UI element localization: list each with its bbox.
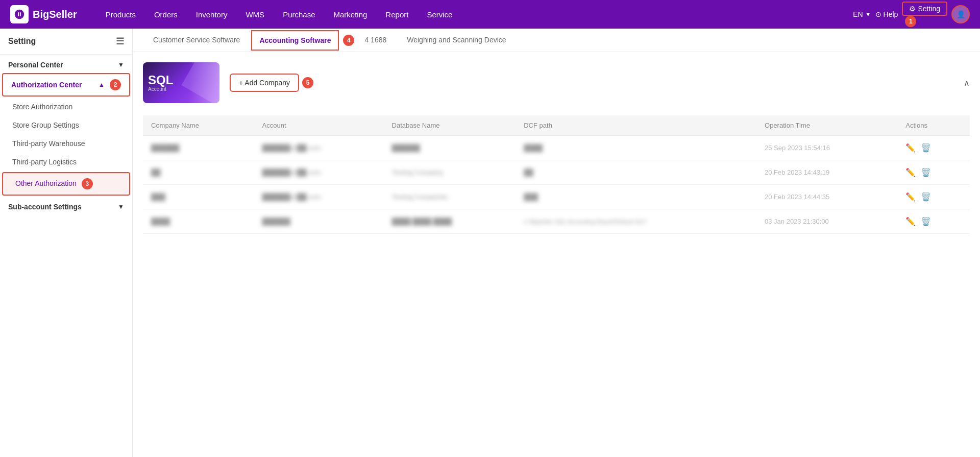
cell-time-3: 20 Feb 2023 14:44:35 [756,185,897,209]
cell-dcf-3: ███ [516,185,756,209]
cell-dcf-1: ████ [516,136,756,160]
cell-database-1: ██████ [384,136,516,160]
help-button[interactable]: ⊙ Help [875,10,898,18]
action-icons-1: ✏️ 🗑️ [905,143,962,153]
logo-area[interactable]: BigSeller [10,5,77,23]
cell-time-2: 20 Feb 2023 14:43:19 [756,160,897,185]
sidebar-section-personal[interactable]: Personal Center ▼ [0,55,132,72]
cell-account-1: ██████@██.com [254,136,384,160]
annotation-5: 5 [302,77,313,88]
annotation-2: 2 [110,79,121,90]
cell-company-1: ██████ [143,136,254,160]
setting-button[interactable]: ⚙ Setting [902,2,947,16]
sidebar: Setting ☰ Personal Center ▼ Authorizatio… [0,29,133,457]
table-header: Company Name Account Database Name DCF p… [143,115,970,136]
nav-orders[interactable]: Orders [146,6,186,23]
sidebar-third-party-logistics[interactable]: Third-party Logistics [0,153,132,171]
delete-icon-4[interactable]: 🗑️ [921,217,931,226]
cell-database-2: Testing Company [384,160,516,185]
table-row: ██████ ██████@██.com ██████ ████ 25 Sep … [143,136,970,160]
logo-text: BigSeller [33,9,77,20]
cell-database-3: Testing Companiec [384,185,516,209]
nav-products[interactable]: Products [97,6,144,23]
tabs-bar: Customer Service Software Accounting Sof… [133,29,980,52]
nav-right: EN ▼ ⊙ Help ⚙ Setting 1 👤 [853,2,970,27]
data-table: Company Name Account Database Name DCF p… [143,115,970,234]
top-navigation: BigSeller Products Orders Inventory WMS … [0,0,980,29]
nav-links: Products Orders Inventory WMS Purchase M… [97,6,853,23]
delete-icon-2[interactable]: 🗑️ [921,167,931,177]
sidebar-authorization-center[interactable]: Authorization Center ▲ 2 [2,73,130,97]
nav-marketing[interactable]: Marketing [326,6,376,23]
col-company-name: Company Name [143,115,254,136]
cell-time-4: 03 Jan 2023 21:30:00 [756,209,897,234]
cell-actions-2: ✏️ 🗑️ [897,160,970,185]
sidebar-section-subaccount[interactable]: Sub-account Settings ▼ [0,197,132,214]
annotation-4: 4 [343,35,354,46]
cell-account-2: ██████@██.com [254,160,384,185]
cell-actions-3: ✏️ 🗑️ [897,185,970,209]
cell-database-4: ████ ████ ████ [384,209,516,234]
annotation-1: 1 [905,16,916,27]
main-layout: Setting ☰ Personal Center ▼ Authorizatio… [0,0,980,457]
sql-card-row: SQL Account + Add Company 5 ∧ [143,62,970,103]
nav-report[interactable]: Report [377,6,416,23]
table-row: ██ ██████@██.com Testing Company ██ 20 F… [143,160,970,185]
edit-icon-1[interactable]: ✏️ [905,143,916,153]
edit-icon-3[interactable]: ✏️ [905,192,916,202]
language-selector[interactable]: EN ▼ [853,10,871,18]
col-actions: Actions [897,115,970,136]
edit-icon-4[interactable]: ✏️ [905,217,916,226]
sidebar-menu-icon[interactable]: ☰ [116,36,124,47]
edit-icon-2[interactable]: ✏️ [905,167,916,177]
tab-1688[interactable]: 4 1688 [354,29,397,52]
sidebar-third-party-warehouse[interactable]: Third-party Warehouse [0,134,132,153]
sql-logo-sub: Account [148,86,173,92]
nav-inventory[interactable]: Inventory [188,6,236,23]
sidebar-title: Setting [8,37,36,46]
add-company-wrapper: + Add Company 5 [230,74,313,92]
cell-company-4: ████ [143,209,254,234]
user-avatar[interactable]: 👤 [951,5,970,23]
cell-actions-4: ✏️ 🗑️ [897,209,970,234]
tab-accounting-software[interactable]: Accounting Software [251,30,339,51]
cell-account-4: ██████ [254,209,384,234]
tab-weighing-scanning[interactable]: Weighing and Scanning Device [397,29,516,52]
col-operation-time: Operation Time [756,115,897,136]
logo-icon [10,5,29,23]
action-icons-2: ✏️ 🗑️ [905,167,962,177]
nav-purchase[interactable]: Purchase [275,6,323,23]
delete-icon-1[interactable]: 🗑️ [921,143,931,153]
col-database-name: Database Name [384,115,516,136]
sidebar-header: Setting ☰ [0,29,132,55]
main-content: Customer Service Software Accounting Sof… [133,29,980,457]
nav-service[interactable]: Service [419,6,460,23]
cell-dcf-2: ██ [516,160,756,185]
sql-logo-text: SQL [148,74,173,86]
expand-button[interactable]: ∧ [964,78,970,88]
cell-time-1: 25 Sep 2023 15:54:16 [756,136,897,160]
delete-icon-3[interactable]: 🗑️ [921,192,931,202]
cell-dcf-4: C:\BigSeller SQL Accounting Report\Defau… [516,209,756,234]
table-row: ███ ██████@██.com Testing Companiec ███ … [143,185,970,209]
action-icons-3: ✏️ 🗑️ [905,192,962,202]
col-account: Account [254,115,384,136]
cell-actions-1: ✏️ 🗑️ [897,136,970,160]
table-body: ██████ ██████@██.com ██████ ████ 25 Sep … [143,136,970,234]
action-icons-4: ✏️ 🗑️ [905,217,962,226]
sql-logo: SQL Account [143,62,219,103]
sidebar-store-authorization[interactable]: Store Authorization [0,98,132,116]
setting-wrapper: ⚙ Setting 1 [902,2,947,27]
sidebar-store-group-settings[interactable]: Store Group Settings [0,116,132,134]
content-area: SQL Account + Add Company 5 ∧ [133,52,980,244]
cell-company-3: ███ [143,185,254,209]
tab-customer-service-software[interactable]: Customer Service Software [143,29,250,52]
col-dcf-path: DCF path [516,115,756,136]
cell-company-2: ██ [143,160,254,185]
nav-wms[interactable]: WMS [237,6,273,23]
table-row: ████ ██████ ████ ████ ████ C:\BigSeller … [143,209,970,234]
annotation-3: 3 [82,178,93,189]
sidebar-other-authorization[interactable]: Other Authorization 3 [2,172,130,196]
tab-accounting-software-wrapper: Accounting Software 4 [250,30,354,51]
add-company-button[interactable]: + Add Company [230,74,299,92]
